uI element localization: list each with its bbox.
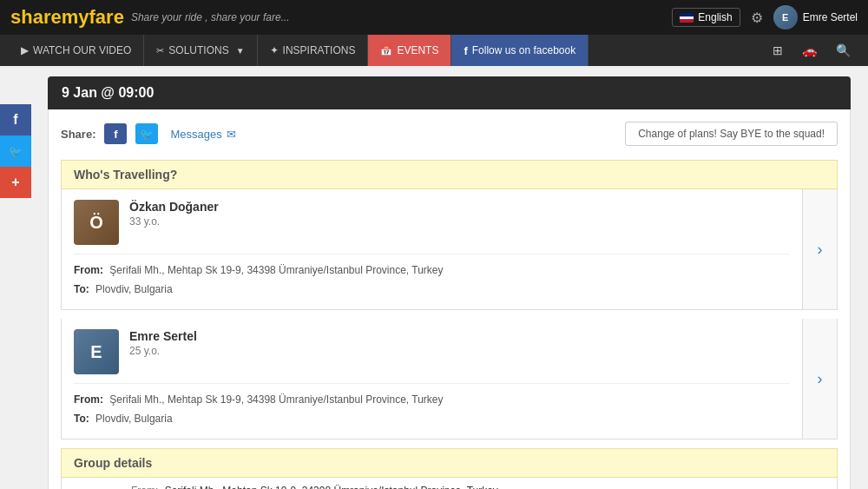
nav-inspirations-label: INSPIRATIONS [283, 44, 356, 56]
traveler-to-emre: To: Plovdiv, Bulgaria [74, 410, 790, 429]
user-menu[interactable]: E Emre Sertel [773, 5, 858, 30]
map-icon-cell: 🗺 [62, 481, 114, 489]
top-bar: sharemyfare Share your ride , share your… [0, 0, 868, 35]
twitter-side-icon: 🐦 [9, 145, 23, 158]
traveler-from-emre: From: Şerifali Mh., Mehtap Sk 19-9, 3439… [74, 391, 790, 410]
from-value-emre: Şerifali Mh., Mehtap Sk 19-9, 34398 Ümra… [109, 393, 443, 406]
group-from-row: From: Şerifali Mh., Mehtap Sk 19-9, 3439… [131, 485, 826, 489]
page-content: 9 Jan @ 09:00 Share: f 🐦 Messages ✉ Chan… [0, 66, 868, 489]
group-from-value: Şerifali Mh., Mehtap Sk 19-9, 34398 Ümra… [165, 485, 498, 489]
share-label: Share: [61, 128, 95, 141]
share-row: Share: f 🐦 Messages ✉ Change of plans! S… [61, 122, 838, 146]
facebook-icon: f [464, 44, 467, 57]
grid-view-button[interactable]: ⊞ [764, 35, 792, 66]
traveler-to-ozkan: To: Plovdiv, Bulgaria [74, 281, 790, 300]
traveler-card-emre: E Emre Sertel 25 y.o. From: Şerifali Mh.… [61, 319, 838, 439]
logo-tagline: Share your ride , share your fare... [131, 11, 290, 23]
nav-facebook-follow[interactable]: f Follow us on facebook [451, 35, 589, 66]
traveler-name-ozkan: Özkan Doğaner [129, 200, 219, 214]
calendar-icon: 📅 [380, 45, 392, 56]
nav-solutions[interactable]: ✂ SOLUTIONS ▼ [144, 35, 257, 66]
group-details-title: Group details [74, 456, 152, 470]
logo-share: share [10, 6, 62, 28]
search-icon: 🔍 [836, 43, 851, 57]
trip-date: 9 Jan @ 09:00 [62, 85, 154, 100]
logo-myfare: myfare [62, 6, 124, 28]
car-icon: 🚗 [802, 43, 817, 57]
traveler-from-ozkan: From: Şerifali Mh., Mehtap Sk 19-9, 3439… [74, 261, 790, 281]
scissors-icon: ✂ [156, 45, 164, 56]
group-details-header: Group details [61, 448, 838, 478]
from-value-ozkan: Şerifali Mh., Mehtap Sk 19-9, 34398 Ümra… [109, 264, 443, 276]
messages-label: Messages [170, 128, 221, 141]
search-button[interactable]: 🔍 [827, 35, 859, 66]
nav-watch-video[interactable]: ▶ WATCH OUR VIDEO [9, 35, 144, 66]
nav-events[interactable]: 📅 EVENTS [368, 35, 451, 66]
avatar-initials-emre: E [90, 342, 102, 362]
traveler-text-ozkan: Özkan Doğaner 33 y.o. [129, 200, 219, 228]
group-from-label: From: [131, 485, 158, 489]
from-label-ozkan: From: [74, 264, 103, 276]
traveler-avatar-emre[interactable]: E [74, 329, 119, 374]
language-button[interactable]: English [672, 8, 740, 27]
to-value-emre: Plovdiv, Bulgaria [95, 413, 173, 425]
main-nav: ▶ WATCH OUR VIDEO ✂ SOLUTIONS ▼ ✦ INSPIR… [0, 35, 868, 66]
nav-facebook-label: Follow us on facebook [472, 44, 575, 56]
traveler-name-emre: Emre Sertel [129, 329, 197, 343]
side-plus-button[interactable]: + [0, 167, 31, 198]
side-facebook-button[interactable]: f [0, 104, 31, 135]
language-label: English [698, 11, 732, 23]
traveler-main-emre: E Emre Sertel 25 y.o. From: Şerifali Mh.… [62, 319, 802, 439]
plus-side-icon: + [11, 175, 19, 190]
messages-link[interactable]: Messages ✉ [170, 128, 235, 141]
chevron-right-icon-emre: › [818, 370, 823, 388]
nav-watch-video-label: WATCH OUR VIDEO [33, 44, 131, 56]
grid-icon: ⊞ [773, 43, 783, 57]
main-card: Share: f 🐦 Messages ✉ Change of plans! S… [48, 109, 851, 489]
date-header: 9 Jan @ 09:00 [48, 76, 851, 109]
chevron-right-icon-ozkan: › [818, 241, 823, 259]
traveler-main-ozkan: Ö Özkan Doğaner 33 y.o. From: Şerifali M… [62, 189, 802, 309]
to-label-ozkan: To: [74, 283, 89, 295]
traveler-info-top-emre: E Emre Sertel 25 y.o. [74, 329, 790, 374]
envelope-icon: ✉ [227, 128, 236, 141]
nav-inspirations[interactable]: ✦ INSPIRATIONS [258, 35, 369, 66]
user-avatar: E [773, 5, 798, 30]
traveler-route-ozkan: From: Şerifali Mh., Mehtap Sk 19-9, 3439… [74, 254, 790, 299]
traveler-info-top-ozkan: Ö Özkan Doğaner 33 y.o. [74, 200, 790, 245]
from-label-emre: From: [74, 393, 103, 406]
side-twitter-button[interactable]: 🐦 [0, 135, 31, 167]
traveler-card-ozkan: Ö Özkan Doğaner 33 y.o. From: Şerifali M… [61, 189, 838, 310]
settings-button[interactable]: ⚙ [751, 10, 763, 26]
side-social: f 🐦 + [0, 104, 31, 198]
traveler-avatar-ozkan[interactable]: Ö [74, 200, 119, 245]
who-travelling-header: Who's Travelling? [61, 160, 838, 189]
traveler-route-emre: From: Şerifali Mh., Mehtap Sk 19-9, 3439… [74, 383, 790, 428]
nav-events-label: EVENTS [397, 44, 438, 56]
car-view-button[interactable]: 🚗 [793, 35, 825, 66]
traveler-age-emre: 25 y.o. [129, 345, 197, 357]
share-facebook-button[interactable]: f [104, 123, 127, 144]
traveler-arrow-ozkan[interactable]: › [802, 189, 837, 309]
top-bar-right: English ⚙ E Emre Sertel [672, 5, 858, 30]
traveler-text-emre: Emre Sertel 25 y.o. [129, 329, 197, 357]
inspiration-icon: ✦ [270, 44, 279, 56]
bye-button[interactable]: Change of plans! Say BYE to the squad! [625, 122, 838, 146]
traveler-arrow-emre[interactable]: › [802, 319, 837, 439]
nav-solutions-label: SOLUTIONS [168, 44, 228, 56]
to-label-emre: To: [74, 413, 89, 425]
facebook-side-icon: f [13, 112, 17, 128]
to-value-ozkan: Plovdiv, Bulgaria [95, 283, 173, 295]
chevron-down-icon: ▼ [236, 46, 245, 56]
share-twitter-button[interactable]: 🐦 [135, 123, 158, 144]
traveler-age-ozkan: 33 y.o. [129, 215, 219, 228]
user-name: Emre Sertel [803, 11, 858, 23]
flag-icon [680, 13, 694, 23]
group-details-section: Group details 🗺 From: Şerifali Mh., Meht… [61, 448, 838, 489]
avatar-initials-ozkan: Ö [89, 213, 103, 233]
play-icon: ▶ [21, 44, 29, 56]
group-table: 🗺 From: Şerifali Mh., Mehtap Sk 19-9, 34… [61, 478, 838, 489]
logo[interactable]: sharemyfare Share your ride , share your… [10, 6, 290, 29]
who-travelling-title: Who's Travelling? [74, 168, 177, 182]
nav-right-icons: ⊞ 🚗 🔍 [764, 35, 859, 66]
